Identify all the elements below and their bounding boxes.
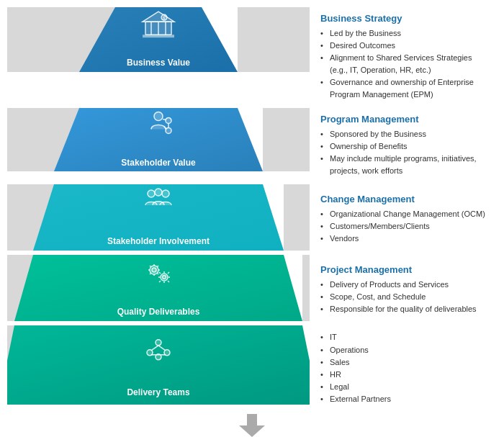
bullet-item: •Vendors: [320, 233, 490, 245]
bullet-item: •Operations: [320, 344, 490, 356]
svg-rect-12: [263, 108, 310, 171]
bullet-item: •Sponsored by the Business: [320, 128, 490, 140]
svg-rect-21: [284, 184, 310, 251]
svg-point-25: [155, 189, 162, 196]
bullet-item: •Responsible for the quality of delivera…: [320, 303, 490, 315]
trap-row1: $ Business Value: [7, 7, 310, 72]
right-col-row2: Program Management•Sponsored by the Busi…: [310, 108, 497, 183]
trap-row3: Stakeholder Involvement: [7, 184, 310, 251]
svg-rect-8: [143, 35, 174, 37]
label-row2: Stakeholder Value: [121, 158, 196, 168]
title-row1: Business Strategy: [320, 13, 490, 24]
bullet-item: •Scope, Cost, and Schedule: [320, 291, 490, 303]
bullets-row5: •IT•Operations•Sales•HR•Legal•External P…: [320, 331, 490, 405]
left-col-row1: $ Business Value: [7, 7, 310, 107]
main-container: $ Business ValueBusiness Strategy•Led by…: [0, 0, 504, 437]
svg-point-30: [152, 268, 156, 272]
title-row4: Project Management: [320, 264, 490, 275]
bullet-item: •Alignment to Shared Services Strategies…: [320, 52, 490, 76]
bullets-row4: •Delivery of Products and Services•Scope…: [320, 279, 490, 315]
svg-line-17: [163, 120, 166, 120]
bullet-item: •May include multiple programs, initiati…: [320, 153, 490, 177]
svg-point-23: [148, 190, 155, 197]
bullet-item: •Organizational Change Management (OCM): [320, 208, 490, 220]
bullet-item: •HR: [320, 369, 490, 381]
bullets-row2: •Sponsored by the Business•Ownership of …: [320, 128, 490, 177]
left-col-row4: Quality Deliverables: [7, 255, 310, 324]
label-row1: Business Value: [127, 58, 190, 68]
bullets-row3: •Organizational Change Management (OCM)•…: [320, 208, 490, 245]
right-col-row3: Change Management•Organizational Change …: [310, 184, 497, 253]
svg-point-32: [163, 276, 166, 279]
left-col-row3: Stakeholder Involvement: [7, 184, 310, 253]
right-col-row5: •IT•Operations•Sales•HR•Legal•External P…: [310, 325, 497, 410]
bullet-item: •Desired Outcomes: [320, 40, 490, 52]
svg-point-52: [156, 340, 161, 346]
down-arrow: [241, 414, 263, 437]
pyramid-layout: $ Business ValueBusiness Strategy•Led by…: [7, 7, 497, 413]
right-col-row1: Business Strategy•Led by the Business•De…: [310, 7, 497, 107]
trap-row2: Stakeholder Value: [7, 108, 310, 171]
section-row-row1: $ Business ValueBusiness Strategy•Led by…: [7, 7, 497, 107]
label-row3: Stakeholder Involvement: [107, 236, 210, 246]
section-row-row4: Quality DeliverablesProject Management•D…: [7, 255, 497, 324]
title-row3: Change Management: [320, 194, 490, 204]
svg-point-15: [166, 118, 171, 124]
bullet-item: •External Partners: [320, 393, 490, 405]
left-col-row5: Delivery Teams: [7, 325, 310, 410]
bullet-item: •Legal: [320, 381, 490, 393]
svg-point-24: [162, 190, 169, 197]
left-col-row2: Stakeholder Value: [7, 108, 310, 183]
bullet-item: •Ownership of Benefits: [320, 140, 490, 153]
trap-row5: Delivery Teams: [7, 325, 310, 405]
label-row4: Quality Deliverables: [117, 307, 200, 317]
svg-text:$: $: [163, 16, 166, 20]
label-row5: Delivery Teams: [127, 387, 189, 397]
section-row-row3: Stakeholder InvolvementChange Management…: [7, 184, 497, 253]
bullet-item: •Delivery of Products and Services: [320, 279, 490, 291]
bullet-item: •Led by the Business: [320, 27, 490, 40]
section-row-row2: Stakeholder ValueProgram Management•Spon…: [7, 108, 497, 183]
svg-rect-27: [302, 255, 310, 321]
title-row2: Program Management: [320, 114, 490, 125]
svg-rect-1: [238, 7, 310, 72]
section-row-row5: Delivery Teams•IT•Operations•Sales•HR•Le…: [7, 325, 497, 410]
bullet-item: •Sales: [320, 356, 490, 369]
trap-row4: Quality Deliverables: [7, 255, 310, 321]
bullets-row1: •Led by the Business•Desired Outcomes•Al…: [320, 27, 490, 101]
bullet-item: •Customers/Members/Clients: [320, 220, 490, 233]
svg-point-14: [154, 112, 163, 121]
bullet-item: •IT: [320, 331, 490, 343]
bullet-item: •Governance and ownership of Enterprise …: [320, 76, 490, 101]
right-col-row4: Project Management•Delivery of Products …: [310, 255, 497, 324]
